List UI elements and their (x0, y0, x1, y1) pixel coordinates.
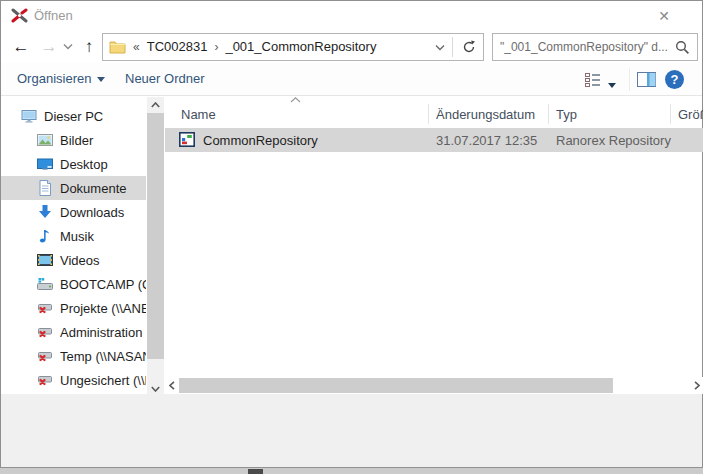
network-drive-error-icon (37, 372, 53, 388)
file-modified-cell: 31.07.2017 12:35 (436, 128, 541, 152)
scrollbar-thumb[interactable] (179, 378, 613, 393)
sidebar-item-downloads[interactable]: Downloads (1, 200, 146, 224)
new-folder-button[interactable]: Neuer Ordner (125, 71, 204, 86)
pictures-icon (37, 132, 53, 148)
scroll-right-icon[interactable] (690, 377, 703, 394)
address-bar[interactable]: « TC002831 › _001_CommonRepository (102, 33, 484, 61)
desktop-icon (37, 156, 53, 172)
sidebar-item-dieser-pc[interactable]: Dieser PC (1, 104, 146, 128)
file-size-cell (678, 128, 702, 152)
recent-locations-chevron-icon[interactable] (63, 43, 73, 50)
close-icon[interactable]: ✕ (649, 4, 679, 28)
sidebar-item-musik[interactable]: Musik (1, 224, 146, 248)
column-separator[interactable] (428, 104, 429, 124)
command-toolbar: Organisieren Neuer Ordner ? (1, 63, 702, 96)
preview-pane-icon[interactable] (637, 72, 656, 87)
scroll-up-icon[interactable] (147, 97, 164, 113)
search-box (492, 33, 698, 61)
column-header-type[interactable]: Typ (556, 101, 664, 128)
sidebar-item-administration[interactable]: Administration ( (1, 320, 146, 344)
folder-icon (109, 40, 126, 54)
sidebar-item-bilder[interactable]: Bilder (1, 128, 146, 152)
background-window-edge (0, 467, 703, 474)
network-drive-error-icon (37, 300, 53, 316)
title-bar: Öffnen ✕ (1, 1, 702, 30)
dialog-footer: Dateiname: Repository (*.rxrep) Öffnen A… (1, 394, 702, 467)
sidebar-item-temp[interactable]: Temp (\\NASAN (1, 344, 146, 368)
view-mode-icon[interactable] (585, 73, 601, 87)
toolbar-separator (629, 68, 630, 91)
column-separator[interactable] (548, 104, 549, 124)
file-row-commonrepository[interactable]: CommonRepository 31.07.2017 12:35 Ranore… (165, 128, 703, 152)
breadcrumb-separator-icon[interactable]: › (214, 40, 218, 54)
file-type-cell: Ranorex Repository (556, 128, 676, 152)
organize-caret-icon (97, 77, 105, 82)
breadcrumb-folder2[interactable]: _001_CommonRepository (225, 39, 376, 54)
videos-icon (37, 252, 53, 268)
ranorex-repository-file-icon (179, 132, 195, 147)
music-icon (37, 228, 53, 244)
column-header-size[interactable]: Größe (678, 101, 703, 128)
search-input[interactable] (500, 35, 668, 59)
address-divider (452, 37, 453, 57)
network-drive-error-icon (37, 348, 53, 364)
up-button[interactable]: ↑ (77, 34, 101, 60)
sidebar-item-videos[interactable]: Videos (1, 248, 146, 272)
sidebar-item-bootcamp[interactable]: BOOTCAMP (C:) (1, 272, 146, 296)
documents-icon (37, 180, 53, 196)
ranorex-logo-icon (11, 7, 28, 24)
back-button[interactable]: ← (9, 34, 33, 60)
column-header-modified[interactable]: Änderungsdatum (436, 101, 541, 128)
scroll-left-icon[interactable] (165, 377, 179, 394)
refresh-icon[interactable] (454, 34, 483, 60)
breadcrumb-guillemet[interactable]: « (133, 40, 140, 54)
scrollbar-thumb[interactable] (147, 113, 164, 359)
organize-button[interactable]: Organisieren (17, 71, 105, 86)
column-header-name[interactable]: Name (181, 101, 421, 128)
background-scrollbar-thumb (248, 469, 263, 474)
view-mode-caret-icon[interactable] (608, 77, 616, 92)
help-icon[interactable]: ? (665, 70, 684, 89)
list-horizontal-scrollbar[interactable] (165, 377, 703, 394)
column-separator[interactable] (670, 104, 671, 124)
sidebar-item-dokumente[interactable]: Dokumente (1, 176, 146, 200)
pc-icon (21, 108, 37, 124)
address-dropdown-chevron-icon[interactable] (435, 44, 445, 51)
downloads-icon (37, 204, 53, 220)
drive-icon (37, 276, 53, 292)
breadcrumb-folder1[interactable]: TC002831 (147, 39, 208, 54)
search-icon[interactable] (675, 40, 690, 55)
sidebar-item-desktop[interactable]: Desktop (1, 152, 146, 176)
sidebar-item-ungesichert[interactable]: Ungesichert (\\N (1, 368, 146, 392)
network-drive-error-icon (37, 324, 53, 340)
open-file-dialog: Öffnen ✕ ← → ↑ « TC002831 › _001_CommonR… (0, 0, 703, 467)
window-title: Öffnen (34, 8, 73, 23)
forward-button[interactable]: → (37, 34, 61, 60)
file-name-cell: CommonRepository (203, 128, 433, 152)
sidebar-scrollbar[interactable] (147, 97, 164, 397)
sidebar-item-projekte[interactable]: Projekte (\\ANEX (1, 296, 146, 320)
